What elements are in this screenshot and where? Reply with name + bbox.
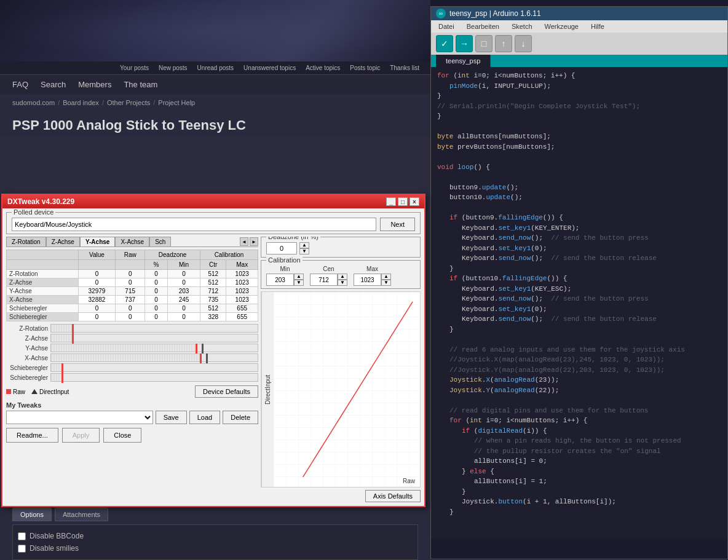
slider-bar-schiebe2[interactable] [50,373,258,382]
arduino-tab-main[interactable]: teensy_psp [436,55,491,67]
axis-tab-scroll-right[interactable]: ► [250,237,258,246]
dxtweak-close-button[interactable]: Close [103,428,141,443]
verify-button[interactable]: ✓ [436,35,453,52]
close-button[interactable]: × [410,197,419,206]
menu-hilfe[interactable]: Hilfe [588,22,607,31]
nav-posts-topic[interactable]: Posts topic [345,63,385,73]
calib-max-spinner: ▲ ▼ [354,274,391,286]
axis-tab-z-rotation[interactable]: Z-Rotation [6,237,46,246]
save-button[interactable]: ↓ [515,35,532,52]
code-line: } else { [437,467,721,477]
calib-max-input[interactable] [354,274,381,286]
axis-defaults-button[interactable]: Axis Defaults [365,490,421,502]
deadzone-input[interactable] [266,242,297,254]
deadzone-down-button[interactable]: ▼ [299,248,309,254]
tab-options[interactable]: Options [12,508,52,521]
calibration-legend: Calibration [266,256,303,264]
axis-tab-scroll-left[interactable]: ◄ [240,237,248,246]
calib-max-down[interactable]: ▼ [381,280,391,286]
calib-min-col: Min ▲ ▼ [266,266,304,286]
deadzone-up-button[interactable]: ▲ [299,242,309,248]
tab-attachments[interactable]: Attachments [55,508,108,521]
axis-tab-z-achse[interactable]: Z-Achse [46,237,80,246]
nav-unread-posts[interactable]: Unread posts [192,63,239,73]
table-row: Z-Rotation 0 0 0 0 512 1023 [7,270,258,278]
nav-search[interactable]: Search [41,80,66,89]
nav-active-topics[interactable]: Active topics [301,63,345,73]
calibration-row: Min ▲ ▼ Cen [266,266,415,286]
menu-datei[interactable]: Datei [436,22,457,31]
code-line: Keyboard.set_key1(0); [437,243,721,254]
minimize-button[interactable]: _ [386,197,396,206]
new-button[interactable]: □ [475,35,493,52]
nav-the-team[interactable]: The team [124,80,157,89]
menu-werkzeuge[interactable]: Werkzeuge [542,22,581,31]
delete-tweak-button[interactable]: Delete [223,411,258,424]
slider-bar-x-achse[interactable] [50,353,258,362]
code-line: Joystick.button(i + 1, allButtons[i]); [437,497,721,507]
arduino-menubar: Datei Bearbeiten Sketch Werkzeuge Hilfe [431,20,727,33]
slider-bar-z-achse[interactable] [50,334,258,342]
tweaks-select[interactable] [6,411,153,424]
calib-cen-col: Cen ▲ ▼ [310,266,347,286]
calib-cen-down[interactable]: ▼ [338,280,347,286]
menu-sketch[interactable]: Sketch [509,22,535,31]
axis-tab-sch[interactable]: Sch [149,237,171,246]
menu-bearbeiten[interactable]: Bearbeiten [464,22,502,31]
nav-faq[interactable]: FAQ [12,80,28,89]
code-line: } [437,487,721,497]
slider-bar-z-rotation[interactable] [50,324,258,333]
axis-tab-x-achse[interactable]: X-Achse [115,237,149,246]
calib-min-up[interactable]: ▲ [294,274,304,280]
arduino-ide-window: ∞ teensy_psp | Arduino 1.6.11 Datei Bear… [430,6,728,559]
arduino-code-area[interactable]: for (int i=0; i<numButtons; i++) { pinMo… [431,67,727,539]
calib-min-input[interactable] [266,274,294,286]
maximize-button[interactable]: □ [398,197,408,206]
readme-button[interactable]: Readme... [6,428,58,443]
upload-button[interactable]: → [456,35,473,52]
arduino-titlebar: ∞ teensy_psp | Arduino 1.6.11 [431,7,727,20]
next-button[interactable]: Next [380,218,415,231]
dxtweak-left-section: Z-Rotation Z-Achse Y-Achse X-Achse Sch ◄… [6,237,258,502]
save-tweak-button[interactable]: Save [156,411,187,424]
code-line: for (int i=0; i<numButtons; i++) { [437,71,721,81]
axis-tab-y-achse[interactable]: Y-Achse [80,237,115,246]
forum-bottom-area: Options Attachments Disable BBCode Disab… [0,502,430,560]
code-line: } [437,91,721,101]
slider-bar-y-achse[interactable] [50,344,258,352]
open-button[interactable]: ↑ [495,35,512,52]
calib-cen-input[interactable] [310,274,338,286]
load-tweak-button[interactable]: Load [189,411,220,424]
code-line: byte allButtons[numButtons]; [437,132,721,142]
nav-unanswered[interactable]: Unanswered topics [239,63,301,73]
code-line: } [437,264,721,274]
nav-members[interactable]: Members [78,80,111,89]
breadcrumb-project-help[interactable]: Project Help [158,99,195,106]
chart-y-label: DirectInput [261,292,274,487]
forum-nav-bar: Your posts New posts Unread posts Unansw… [0,61,430,75]
breadcrumb-home[interactable]: sudomod.com [12,99,55,106]
code-line: allButtons[i] = 0; [437,456,721,467]
polled-device-input[interactable] [12,218,376,231]
nav-your-posts[interactable]: Your posts [115,63,154,73]
nav-thanks-list[interactable]: Thanks list [385,63,424,73]
arduino-title: teensy_psp | Arduino 1.6.11 [449,9,541,18]
apply-button[interactable]: Apply [62,428,100,443]
slider-bar-schiebe1[interactable] [50,363,258,372]
calib-min-down[interactable]: ▼ [294,280,304,286]
device-defaults-button[interactable]: Device Defaults [195,385,258,398]
code-line: if (digitalRead(i)) { [437,426,721,436]
breadcrumb-board-index[interactable]: Board index [63,99,99,106]
code-line [437,122,721,132]
disable-smilies-label: Disable smilies [30,544,79,553]
calib-cen-up[interactable]: ▲ [338,274,347,280]
calib-cen-label: Cen [323,266,334,272]
disable-smilies-checkbox[interactable] [18,545,26,553]
disable-bbcode-checkbox[interactable] [18,532,26,540]
calib-max-up[interactable]: ▲ [381,274,391,280]
nav-new-posts[interactable]: New posts [154,63,192,73]
bottom-buttons: Readme... Apply Close [6,427,258,443]
breadcrumb-other-projects[interactable]: Other Projects [107,99,150,106]
dxtweak-titlebar: DXTweak v4.30.229 _ □ × [2,195,424,208]
dxtweak-right-panel: Deadzone (in %) ▲ ▼ Calibration Min [261,237,421,502]
